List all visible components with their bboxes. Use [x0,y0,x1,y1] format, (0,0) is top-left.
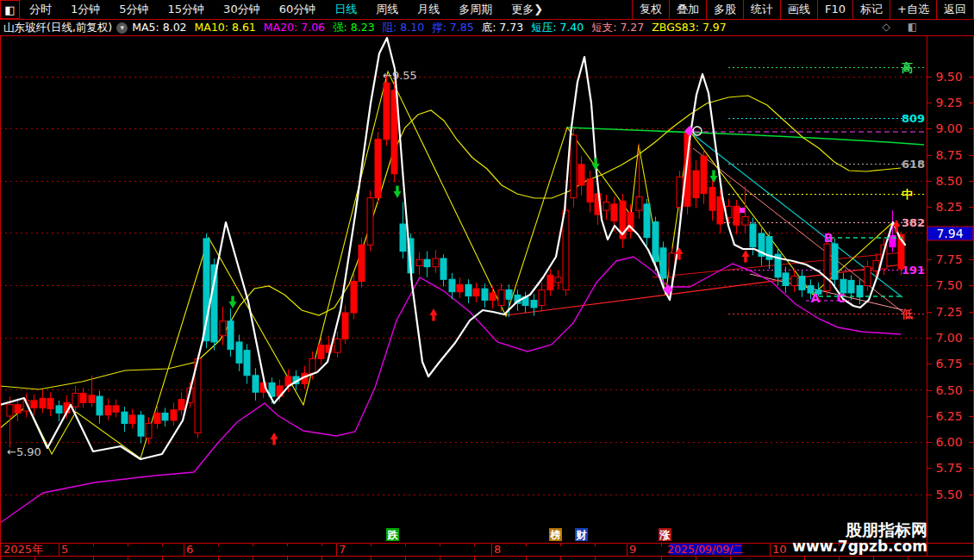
candle [857,286,863,297]
candle [636,196,642,210]
candle [611,204,617,221]
chevron-down-icon[interactable]: ▾ [116,22,128,34]
candle [465,284,471,296]
candle [742,217,748,226]
menu-item-日线[interactable]: 日线 [325,0,366,19]
period-menu: 分时1分钟5分钟15分钟30分钟60分钟日线周线月线多周期更多❯ [20,0,632,19]
axis-price-label: 9.25 [935,96,962,109]
price-callout-label: ←9.55 [383,69,417,82]
indicator-短压: 短压: 7.40 [531,21,584,34]
candle [351,282,357,313]
candle [783,273,789,286]
candle [105,406,111,415]
candle [171,410,177,420]
layout-toggle-icon[interactable]: ◧ [0,0,20,19]
axis-price-label: 9.00 [935,121,962,135]
toolbar-button-多股[interactable]: 多股 [706,0,743,19]
toolbar-button-返回[interactable]: 返回 [936,0,974,19]
menu-item-30分钟[interactable]: 30分钟 [214,0,270,19]
date-year-label: 2025年 [3,543,43,556]
tdx-stock-app: { "menubar": { "left_items": [ {"label":… [0,0,974,560]
abc-label-C: C [837,291,846,305]
candle [40,398,46,408]
axis-price-label: 8.25 [935,200,962,214]
toolbar-button-复权[interactable]: 复权 [632,0,669,19]
candle [367,198,373,246]
indicator-MA20: MA20: 7.06 [264,21,325,34]
menu-item-周线[interactable]: 周线 [366,0,408,19]
inforow-icons[interactable]: ◇ ◧ [883,21,924,33]
menu-item-5分钟[interactable]: 5分钟 [109,0,158,19]
candle [97,396,103,415]
candle [56,406,62,414]
axis-price-label: 5.50 [935,488,962,501]
axis-price-label: 6.75 [935,357,962,370]
menu-item-60分钟[interactable]: 60分钟 [270,0,326,19]
menu-item-月线[interactable]: 月线 [408,0,449,19]
candle [220,321,226,336]
axis-price-label: 7.75 [935,252,962,266]
toolbar-button-标记[interactable]: 标记 [852,0,890,19]
menu-item-多周期[interactable]: 多周期 [449,0,502,19]
candle [416,259,422,265]
month-label-5: 5 [61,543,68,556]
candle [129,415,135,424]
indicator-MA5: MA5: 8.02 [132,21,186,34]
indicator-短支: 短支: 7.27 [591,21,644,34]
month-label-6: 6 [186,543,193,556]
badge-label-财: 财 [576,529,587,541]
candle [660,248,666,278]
month-label-9: 9 [629,543,636,556]
candle [701,156,707,194]
toolbar-button-画线[interactable]: 画线 [780,0,817,19]
menu-item-1分钟[interactable]: 1分钟 [61,0,109,19]
toolbar-button-+自选[interactable]: +自选 [890,0,936,19]
axis-price-label: 5.75 [935,461,962,475]
indicator-MA10: MA10: 8.61 [195,21,256,34]
toolbar-button-统计[interactable]: 统计 [743,0,780,19]
candle [693,171,699,198]
candle [848,280,854,293]
axis-price-label: 7.50 [935,278,962,292]
toolbar-button-F10[interactable]: F10 [817,0,852,19]
toolbar-buttons: 复权叠加多股统计画线F10标记+自选返回 [632,0,974,19]
candle [482,289,488,300]
candle [571,135,577,198]
watermark-site-name: 股朋指标网 [845,520,927,539]
indicator-强: 强: 8.23 [333,21,375,34]
axis-price-label: 7.00 [935,331,962,345]
badge-label-涨: 涨 [659,529,671,541]
candle [384,83,390,140]
candle [547,275,553,289]
candle [424,259,430,267]
candle [555,277,561,283]
candle [342,313,348,339]
indicator-撑: 撑: 7.85 [432,21,474,34]
fib-label-中: 中 [902,188,913,201]
abc-label-A: A [811,291,821,305]
toolbar-button-叠加[interactable]: 叠加 [669,0,706,19]
menu-item-15分钟[interactable]: 15分钟 [159,0,215,19]
candle [236,342,242,363]
candle [506,289,512,299]
candle [734,206,740,225]
month-label-10: 10 [772,543,787,556]
menu-item-分时[interactable]: 分时 [20,0,61,19]
fib-label-191: 191 [902,264,925,277]
watermark-site-url: www.7gpzb.com [792,538,927,555]
candle [113,406,119,412]
axis-price-label: 8.50 [935,174,962,188]
candle [244,351,250,376]
candle [832,244,838,279]
candle [587,179,593,202]
candle [539,289,545,305]
candle [211,264,217,342]
fib-label-低: 低 [901,308,913,320]
menu-item-更多❯[interactable]: 更多❯ [502,0,553,19]
candle [309,358,315,373]
price-callout-label: ←5.90 [7,445,41,458]
candle [865,267,871,286]
candle [72,393,78,407]
candle [644,204,650,238]
candlestick-chart[interactable]: 高809618中382191低ABC←9.55←5.909.509.259.00… [0,35,974,560]
